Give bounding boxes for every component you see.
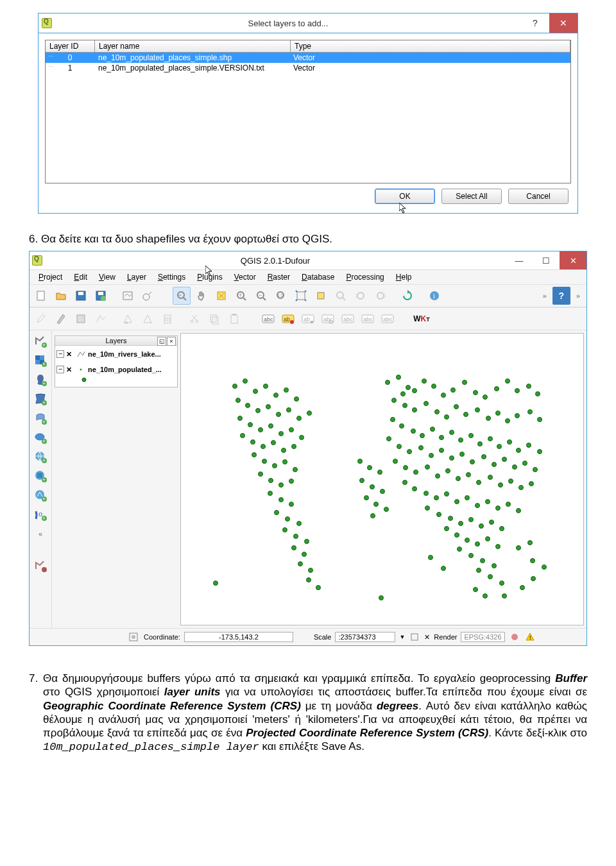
menu-vector[interactable]: Vector: [229, 271, 261, 283]
cancel-button[interactable]: Cancel: [508, 189, 569, 204]
toggle-extents-icon[interactable]: [127, 631, 140, 643]
render-checkbox[interactable]: ✕: [424, 633, 430, 641]
add-spatialite-icon[interactable]: +: [32, 391, 49, 407]
minimize-icon[interactable]: —: [506, 251, 533, 269]
coordinate-value[interactable]: -173.5,143.2: [184, 632, 293, 642]
layer-item-populated[interactable]: − ✕ ne_10m_populated_...: [56, 364, 176, 375]
help-icon[interactable]: ?: [521, 13, 549, 33]
scale-dropdown-icon[interactable]: ▼: [399, 634, 405, 640]
refresh-icon[interactable]: [398, 287, 416, 305]
paste-icon[interactable]: [225, 310, 243, 328]
select-all-button[interactable]: Select All: [441, 189, 502, 204]
add-oracle-icon[interactable]: +: [32, 429, 49, 446]
zoom-to-selection-icon[interactable]: [312, 287, 330, 305]
add-delimited-text-icon[interactable]: o+: [32, 506, 49, 523]
epsg-label[interactable]: EPSG:4326: [461, 632, 504, 642]
zoom-native-icon[interactable]: 1:1: [272, 287, 290, 305]
move-feature-icon[interactable]: [139, 310, 157, 328]
edit-toolbar: abc ab ab abc abc abc abc WKT: [30, 307, 586, 330]
label-highlight-icon[interactable]: ab: [279, 310, 297, 328]
zoom-out-icon[interactable]: −: [252, 287, 270, 305]
add-raster-icon[interactable]: +: [32, 352, 49, 369]
new-project-icon[interactable]: [32, 287, 50, 305]
scale-lock-icon[interactable]: [409, 631, 420, 643]
toggle-edit-icon[interactable]: [32, 310, 50, 328]
crs-status-icon[interactable]: [509, 631, 520, 643]
panel-close-icon[interactable]: ×: [167, 337, 176, 346]
layer-name: ne_10m_rivers_lake...: [88, 350, 161, 358]
col-type[interactable]: Type: [291, 40, 570, 53]
zoom-in-icon[interactable]: +: [232, 287, 250, 305]
label-change-icon[interactable]: abc: [379, 310, 397, 328]
label-layer-icon[interactable]: abc: [259, 310, 277, 328]
delete-selected-icon[interactable]: [158, 310, 176, 328]
close-icon[interactable]: ✕: [549, 13, 578, 33]
copy-icon[interactable]: [205, 310, 223, 328]
table-row[interactable]: ⋯1ne_10m_populated_places_simple.VERSION…: [46, 63, 570, 73]
panel-undock-icon[interactable]: ◱: [157, 337, 166, 346]
svg-rect-22: [318, 293, 324, 299]
open-project-icon[interactable]: [52, 287, 70, 305]
cut-icon[interactable]: [185, 310, 203, 328]
menu-processing[interactable]: Processing: [341, 271, 389, 283]
add-mssql-icon[interactable]: +: [32, 410, 49, 427]
layer-visibility-checkbox[interactable]: ✕: [66, 350, 74, 359]
layers-table[interactable]: Layer ID Layer name Type ⋯0ne_10m_popula…: [45, 40, 571, 183]
menu-project[interactable]: Project: [33, 271, 67, 283]
menu-edit[interactable]: Edit: [69, 271, 92, 283]
menu-help[interactable]: Help: [391, 271, 417, 283]
identify-icon[interactable]: i: [425, 287, 443, 305]
add-wms-icon[interactable]: +: [32, 448, 49, 465]
add-feature-icon[interactable]: [92, 310, 110, 328]
zoom-full-icon[interactable]: [292, 287, 310, 305]
add-wfs-icon[interactable]: +: [32, 487, 49, 504]
toolbar-overflow-icon[interactable]: »: [539, 292, 551, 300]
new-vector-layer-icon[interactable]: [32, 557, 49, 574]
maximize-icon[interactable]: ☐: [533, 251, 560, 269]
map-composer-icon[interactable]: [119, 287, 137, 305]
menu-settings[interactable]: Settings: [153, 271, 191, 283]
messages-icon[interactable]: !: [524, 631, 536, 643]
pan-icon[interactable]: +: [173, 287, 191, 305]
svg-line-38: [192, 315, 196, 320]
wkt-icon[interactable]: WKT: [413, 310, 431, 328]
layer-visibility-checkbox[interactable]: ✕: [66, 366, 74, 374]
menu-database[interactable]: Database: [296, 271, 339, 283]
zoom-last-icon[interactable]: [352, 287, 370, 305]
map-canvas[interactable]: [180, 333, 584, 625]
svg-text:+: +: [42, 457, 46, 464]
toolbar-overflow-icon[interactable]: »: [572, 292, 584, 300]
ok-button[interactable]: OK: [375, 189, 435, 204]
save-edits-icon[interactable]: [72, 310, 90, 328]
toolbar-overflow-icon[interactable]: «: [32, 525, 49, 542]
table-row[interactable]: ⋯0ne_10m_populated_places_simple.shpVect…: [46, 53, 570, 63]
composer-manager-icon[interactable]: [139, 287, 157, 305]
add-wcs-icon[interactable]: +: [32, 468, 49, 484]
node-tool-icon[interactable]: [119, 310, 137, 328]
menu-layer[interactable]: Layer: [122, 271, 151, 283]
edit-pencil-icon[interactable]: [52, 310, 70, 328]
svg-point-35: [191, 320, 193, 323]
save-icon[interactable]: [72, 287, 90, 305]
layer-item-rivers[interactable]: − ✕ ne_10m_rivers_lake...: [56, 348, 176, 360]
col-layer-id[interactable]: Layer ID: [46, 40, 95, 53]
add-postgis-icon[interactable]: +: [32, 371, 49, 388]
collapse-icon[interactable]: −: [56, 366, 64, 373]
label-rotate-icon[interactable]: abc: [359, 310, 377, 328]
save-as-icon[interactable]: [92, 287, 110, 305]
menu-raster[interactable]: Raster: [262, 271, 295, 283]
collapse-icon[interactable]: −: [56, 350, 64, 358]
add-vector-icon[interactable]: +: [32, 333, 49, 350]
hand-pan-icon[interactable]: [193, 287, 210, 305]
zoom-to-layer-icon[interactable]: [332, 287, 350, 305]
close-icon[interactable]: ✕: [560, 251, 586, 269]
col-layer-name[interactable]: Layer name: [95, 40, 291, 53]
menu-view[interactable]: View: [94, 271, 121, 283]
zoom-next-icon[interactable]: [372, 287, 389, 305]
label-show-icon[interactable]: abc: [319, 310, 337, 328]
label-move-icon[interactable]: abc: [339, 310, 357, 328]
help-icon[interactable]: ?: [552, 287, 570, 305]
label-pin-icon[interactable]: ab: [299, 310, 317, 328]
pan-to-selection-icon[interactable]: [212, 287, 230, 305]
scale-value[interactable]: :235734373: [335, 632, 395, 642]
